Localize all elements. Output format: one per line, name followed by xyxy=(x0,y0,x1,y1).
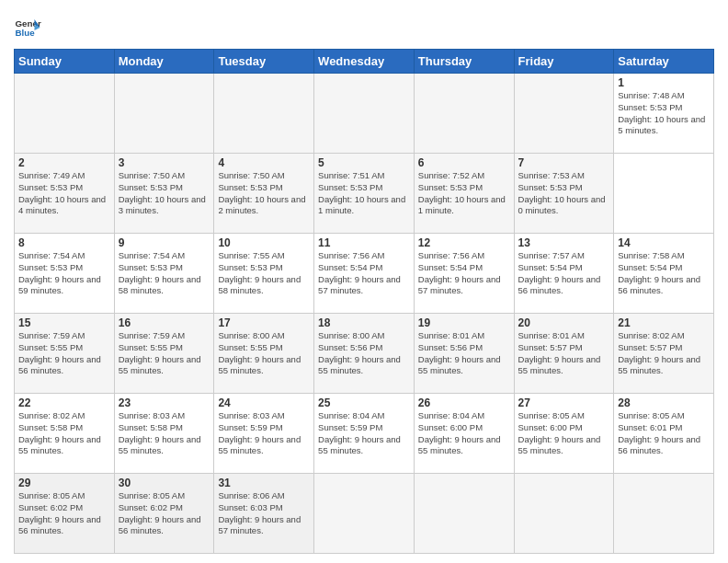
day-cell: 18Sunrise: 8:00 AMSunset: 5:56 PMDayligh… xyxy=(314,314,415,394)
day-detail: Sunrise: 7:58 AMSunset: 5:54 PMDaylight:… xyxy=(618,250,710,297)
day-cell xyxy=(414,474,514,554)
day-cell xyxy=(614,474,714,554)
svg-text:Blue: Blue xyxy=(16,28,36,38)
day-detail: Sunrise: 8:00 AMSunset: 5:56 PMDaylight:… xyxy=(318,330,410,377)
week-row-1: 1Sunrise: 7:48 AMSunset: 5:53 PMDaylight… xyxy=(15,74,714,154)
page: General Blue SundayMondayTuesdayWednesda… xyxy=(0,0,728,563)
header: General Blue xyxy=(14,14,714,41)
day-detail: Sunrise: 7:54 AMSunset: 5:53 PMDaylight:… xyxy=(18,250,110,297)
day-detail: Sunrise: 8:05 AMSunset: 6:01 PMDaylight:… xyxy=(618,410,710,457)
calendar-table: SundayMondayTuesdayWednesdayThursdayFrid… xyxy=(14,49,714,554)
day-detail: Sunrise: 8:06 AMSunset: 6:03 PMDaylight:… xyxy=(218,490,310,537)
day-number: 28 xyxy=(618,396,710,409)
day-cell: 25Sunrise: 8:04 AMSunset: 5:59 PMDayligh… xyxy=(314,394,415,474)
day-detail: Sunrise: 8:02 AMSunset: 5:58 PMDaylight:… xyxy=(18,410,110,457)
col-header-thursday: Thursday xyxy=(414,50,514,74)
day-detail: Sunrise: 8:05 AMSunset: 6:00 PMDaylight:… xyxy=(518,410,610,457)
day-number: 24 xyxy=(218,396,310,409)
day-detail: Sunrise: 7:53 AMSunset: 5:53 PMDaylight:… xyxy=(518,170,610,217)
day-cell xyxy=(314,474,415,554)
day-number: 23 xyxy=(119,396,210,409)
day-detail: Sunrise: 7:50 AMSunset: 5:53 PMDaylight:… xyxy=(218,170,310,217)
day-detail: Sunrise: 7:56 AMSunset: 5:54 PMDaylight:… xyxy=(318,250,410,297)
day-number: 31 xyxy=(218,477,310,489)
day-number: 4 xyxy=(218,156,310,169)
day-cell: 24Sunrise: 8:03 AMSunset: 5:59 PMDayligh… xyxy=(214,394,314,474)
header-row: SundayMondayTuesdayWednesdayThursdayFrid… xyxy=(15,50,714,74)
day-detail: Sunrise: 8:03 AMSunset: 5:58 PMDaylight:… xyxy=(119,410,210,457)
day-cell: 14Sunrise: 7:58 AMSunset: 5:54 PMDayligh… xyxy=(614,234,714,314)
day-cell: 10Sunrise: 7:55 AMSunset: 5:53 PMDayligh… xyxy=(214,234,314,314)
day-number: 13 xyxy=(518,236,610,249)
day-number: 30 xyxy=(119,477,210,489)
day-detail: Sunrise: 7:59 AMSunset: 5:55 PMDaylight:… xyxy=(119,330,210,377)
day-cell: 12Sunrise: 7:56 AMSunset: 5:54 PMDayligh… xyxy=(414,234,514,314)
day-number: 5 xyxy=(318,156,410,169)
logo: General Blue xyxy=(14,14,19,41)
day-number: 7 xyxy=(518,156,610,169)
week-row-5: 22Sunrise: 8:02 AMSunset: 5:58 PMDayligh… xyxy=(15,394,714,474)
day-cell: 9Sunrise: 7:54 AMSunset: 5:53 PMDaylight… xyxy=(114,234,214,314)
col-header-sunday: Sunday xyxy=(15,50,115,74)
day-cell: 29Sunrise: 8:05 AMSunset: 6:02 PMDayligh… xyxy=(15,474,115,554)
day-detail: Sunrise: 8:02 AMSunset: 5:57 PMDaylight:… xyxy=(618,330,710,377)
day-cell xyxy=(314,74,415,154)
day-cell: 6Sunrise: 7:52 AMSunset: 5:53 PMDaylight… xyxy=(414,154,514,234)
day-number: 19 xyxy=(418,316,510,329)
day-detail: Sunrise: 8:05 AMSunset: 6:02 PMDaylight:… xyxy=(18,490,110,537)
day-cell xyxy=(15,74,115,154)
day-detail: Sunrise: 7:54 AMSunset: 5:53 PMDaylight:… xyxy=(119,250,210,297)
day-number: 22 xyxy=(18,396,110,409)
week-row-2: 2Sunrise: 7:49 AMSunset: 5:53 PMDaylight… xyxy=(15,154,714,234)
day-number: 15 xyxy=(18,316,110,329)
day-number: 18 xyxy=(318,316,410,329)
col-header-friday: Friday xyxy=(514,50,614,74)
day-cell: 31Sunrise: 8:06 AMSunset: 6:03 PMDayligh… xyxy=(214,474,314,554)
col-header-monday: Monday xyxy=(114,50,214,74)
day-cell xyxy=(414,74,514,154)
day-detail: Sunrise: 8:01 AMSunset: 5:57 PMDaylight:… xyxy=(518,330,610,377)
day-cell: 22Sunrise: 8:02 AMSunset: 5:58 PMDayligh… xyxy=(15,394,115,474)
day-cell xyxy=(514,74,614,154)
day-number: 9 xyxy=(119,236,210,249)
day-number: 3 xyxy=(119,156,210,169)
day-cell: 19Sunrise: 8:01 AMSunset: 5:56 PMDayligh… xyxy=(414,314,514,394)
day-cell: 5Sunrise: 7:51 AMSunset: 5:53 PMDaylight… xyxy=(314,154,415,234)
day-detail: Sunrise: 7:48 AMSunset: 5:53 PMDaylight:… xyxy=(618,90,710,137)
day-cell: 20Sunrise: 8:01 AMSunset: 5:57 PMDayligh… xyxy=(514,314,614,394)
day-cell: 28Sunrise: 8:05 AMSunset: 6:01 PMDayligh… xyxy=(614,394,714,474)
day-number: 26 xyxy=(418,396,510,409)
day-number: 16 xyxy=(119,316,210,329)
day-cell: 8Sunrise: 7:54 AMSunset: 5:53 PMDaylight… xyxy=(15,234,115,314)
day-cell: 16Sunrise: 7:59 AMSunset: 5:55 PMDayligh… xyxy=(114,314,214,394)
day-cell: 17Sunrise: 8:00 AMSunset: 5:55 PMDayligh… xyxy=(214,314,314,394)
logo-icon: General Blue xyxy=(14,14,41,41)
day-number: 27 xyxy=(518,396,610,409)
day-cell: 3Sunrise: 7:50 AMSunset: 5:53 PMDaylight… xyxy=(114,154,214,234)
day-number: 25 xyxy=(318,396,410,409)
day-cell: 15Sunrise: 7:59 AMSunset: 5:55 PMDayligh… xyxy=(15,314,115,394)
day-detail: Sunrise: 8:05 AMSunset: 6:02 PMDaylight:… xyxy=(119,490,210,537)
week-row-6: 29Sunrise: 8:05 AMSunset: 6:02 PMDayligh… xyxy=(15,474,714,554)
col-header-tuesday: Tuesday xyxy=(214,50,314,74)
day-cell: 2Sunrise: 7:49 AMSunset: 5:53 PMDaylight… xyxy=(15,154,115,234)
day-cell: 27Sunrise: 8:05 AMSunset: 6:00 PMDayligh… xyxy=(514,394,614,474)
day-number: 1 xyxy=(618,76,710,89)
day-detail: Sunrise: 7:49 AMSunset: 5:53 PMDaylight:… xyxy=(18,170,110,217)
day-number: 17 xyxy=(218,316,310,329)
day-number: 12 xyxy=(418,236,510,249)
day-detail: Sunrise: 8:00 AMSunset: 5:55 PMDaylight:… xyxy=(218,330,310,377)
day-number: 10 xyxy=(218,236,310,249)
day-number: 14 xyxy=(618,236,710,249)
week-row-4: 15Sunrise: 7:59 AMSunset: 5:55 PMDayligh… xyxy=(15,314,714,394)
day-cell: 4Sunrise: 7:50 AMSunset: 5:53 PMDaylight… xyxy=(214,154,314,234)
col-header-wednesday: Wednesday xyxy=(314,50,415,74)
day-detail: Sunrise: 8:04 AMSunset: 6:00 PMDaylight:… xyxy=(418,410,510,457)
day-detail: Sunrise: 7:52 AMSunset: 5:53 PMDaylight:… xyxy=(418,170,510,217)
day-detail: Sunrise: 7:55 AMSunset: 5:53 PMDaylight:… xyxy=(218,250,310,297)
col-header-saturday: Saturday xyxy=(614,50,714,74)
day-cell: 13Sunrise: 7:57 AMSunset: 5:54 PMDayligh… xyxy=(514,234,614,314)
day-cell: 7Sunrise: 7:53 AMSunset: 5:53 PMDaylight… xyxy=(514,154,614,234)
day-detail: Sunrise: 8:01 AMSunset: 5:56 PMDaylight:… xyxy=(418,330,510,377)
day-detail: Sunrise: 7:50 AMSunset: 5:53 PMDaylight:… xyxy=(119,170,210,217)
